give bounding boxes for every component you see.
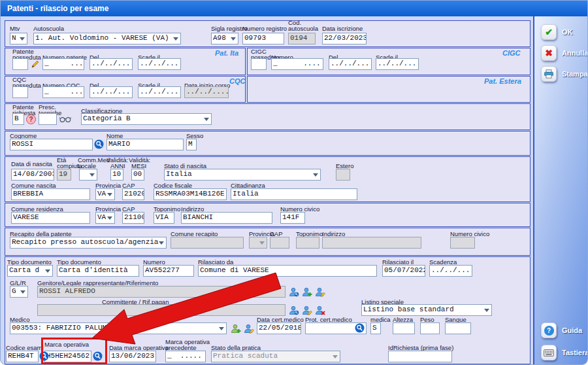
numero-registro-label: Numero registro <box>242 26 287 32</box>
cqc-scade-field[interactable]: ../../.... <box>138 86 181 98</box>
pencil-icon[interactable] <box>31 60 40 69</box>
person-search-icon[interactable] <box>289 305 299 315</box>
tastiera-button[interactable]: Tastiera <box>541 345 588 360</box>
cittadinanza-field[interactable]: Italia <box>231 188 357 200</box>
numero-registro-field[interactable]: 09793 <box>242 33 284 44</box>
chevron-down-icon <box>107 217 112 220</box>
tipo-documento-select[interactable]: Carta d <box>7 265 53 277</box>
cod-autoscuola-label2: autoscuola <box>288 26 318 32</box>
sangue-field[interactable] <box>445 322 471 334</box>
glasses-icon[interactable] <box>59 116 71 123</box>
ok-button[interactable]: ✔OK <box>541 24 573 40</box>
cqc-del-field[interactable]: ../../.... <box>90 86 133 98</box>
data-cert-medico-field[interactable]: 22/05/2018 <box>257 322 301 334</box>
person-search-icon[interactable] <box>289 287 299 297</box>
search-icon[interactable] <box>355 323 365 333</box>
data-iscrizione-field[interactable]: 22/03/2023 <box>322 33 367 44</box>
stato-nascita-select[interactable]: Italia <box>164 169 321 181</box>
rilasciato-da-field[interactable]: Comune di VARESE <box>198 265 377 277</box>
estero-field <box>336 169 350 181</box>
person-add-icon[interactable] <box>231 324 241 334</box>
person-add-icon[interactable] <box>302 287 312 297</box>
numero-civico-recapito-field <box>450 237 475 249</box>
glr-select[interactable]: G <box>10 286 28 298</box>
cqc-posseduta-field[interactable] <box>12 86 28 98</box>
cigc-del-field[interactable]: ../../.... <box>329 58 372 70</box>
annulla-button[interactable]: ✖Annulla <box>541 45 588 61</box>
recapito-patente-select[interactable]: Recapito presso autoscuola/agenzia <box>10 237 167 249</box>
id-richiesta-field[interactable] <box>388 351 452 362</box>
combo-value: Recapito presso autoscuola/agenzia <box>12 238 158 246</box>
nome-field[interactable]: MARIO <box>106 139 184 150</box>
help-icon[interactable]: ? <box>26 114 36 124</box>
autoscuola-select[interactable]: 1. Aut. Voldomino - VARESE (VA) <box>33 33 181 44</box>
altezza-field[interactable] <box>393 322 415 334</box>
tastiera-button-label: Tastiera <box>562 349 588 356</box>
toponimo-field[interactable]: VIA <box>154 212 174 224</box>
stampa-button[interactable]: Stampa <box>541 66 588 82</box>
guida-button[interactable]: ?Guida <box>541 322 582 338</box>
marca-operativa-highlight <box>41 338 107 364</box>
search-icon[interactable] <box>94 139 104 149</box>
tipo-documento-field[interactable]: Carta d'identità <box>57 265 139 277</box>
sesso-field[interactable]: M <box>186 139 197 150</box>
cqc-numero-field[interactable]: _ .... <box>42 86 84 98</box>
chevron-down-icon <box>313 173 318 177</box>
patente-richiesta-field[interactable]: B <box>12 113 24 125</box>
cap-residenza-field[interactable]: 21100 <box>122 212 144 224</box>
indirizzo-field[interactable]: BIANCHI <box>181 212 272 224</box>
data-marca-operativa-field[interactable]: 13/06/2023 <box>109 351 156 362</box>
combo-value: Italia <box>166 170 192 178</box>
listino-select[interactable]: Listino base standard <box>361 304 492 316</box>
cigc-numero-field[interactable]: _ .... <box>271 58 323 70</box>
numero-patente-field[interactable]: _ .... <box>42 58 84 70</box>
combo-value: A98 <box>213 34 226 42</box>
rilasciato-il-field[interactable]: 05/07/2022 <box>382 265 425 277</box>
numero-documento-field[interactable]: AV552277 <box>143 265 194 277</box>
check-icon: ✔ <box>541 24 557 40</box>
medico-select[interactable]: 003553: FABRIZIO PALUMBO <box>10 322 227 334</box>
comune-residenza-field[interactable]: VARESE <box>11 212 90 224</box>
data-inizio-corso-field: ../../.... <box>184 86 229 98</box>
medica-field[interactable]: S <box>370 322 381 334</box>
comm-med-select[interactable] <box>79 169 97 181</box>
cap-nascita-field[interactable]: 21020 <box>122 188 144 200</box>
provincia-nascita-select[interactable]: VA <box>95 188 115 200</box>
chevron-down-icon <box>484 309 489 312</box>
sigla-registro-select[interactable]: A98 <box>211 33 238 44</box>
numero-civico-field[interactable]: 141F <box>280 212 305 224</box>
patente-scade-field[interactable]: ../../.... <box>138 58 181 70</box>
provincia-residenza-select[interactable]: VA <box>95 212 115 224</box>
marca-precedente-field[interactable]: _ ..... <box>165 351 206 362</box>
cap-recapito-field <box>270 237 289 249</box>
cognome-field[interactable]: ROSSI <box>10 139 93 150</box>
person-edit-icon[interactable] <box>315 287 325 297</box>
chevron-down-icon <box>173 37 178 41</box>
validita-anni-field[interactable]: 10 <box>110 169 123 181</box>
question-glyph: ? <box>544 326 554 336</box>
patente-del-field[interactable]: ../../.... <box>90 58 133 70</box>
mtv-label: Mtv <box>10 26 20 32</box>
patente-posseduta-field[interactable] <box>12 58 28 70</box>
person-edit-icon[interactable] <box>302 305 312 315</box>
cqc-tag: CQC <box>229 77 245 85</box>
stampa-button-label: Stampa <box>562 70 588 78</box>
peso-field[interactable] <box>420 322 440 334</box>
person-delete-icon[interactable] <box>315 305 325 315</box>
comune-nascita-field[interactable]: BREBBIA <box>11 188 90 200</box>
cod-autoscuola-field: 0194 <box>288 33 316 44</box>
validita-mesi-field[interactable]: 00 <box>131 169 144 181</box>
cigc-posseduto-field[interactable] <box>251 58 267 70</box>
combo-value: VA <box>97 213 106 221</box>
data-nascita-field[interactable]: 14/08/2003 <box>11 169 54 181</box>
toponimo-recapito-field <box>296 237 319 249</box>
close-icon: ✖ <box>541 45 557 61</box>
mtv-select[interactable]: N <box>10 33 27 44</box>
codice-esami-field[interactable]: REHB4T <box>6 351 39 362</box>
classificazione-select[interactable]: Categoria B <box>81 113 212 125</box>
cigc-scade-field[interactable]: ../../.... <box>376 58 419 70</box>
presc-tecniche-field[interactable] <box>39 113 57 125</box>
person-edit-icon[interactable] <box>244 324 254 334</box>
codice-fiscale-field[interactable]: RSSMRA03M14B126E <box>154 188 227 200</box>
scadenza-documento-field[interactable]: ../../.... <box>429 265 472 277</box>
